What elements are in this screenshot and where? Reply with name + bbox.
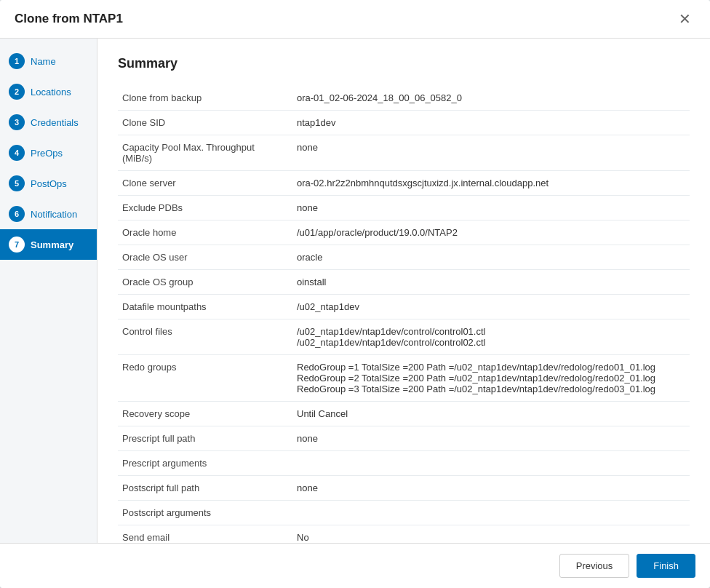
sidebar-item-name[interactable]: 1Name xyxy=(0,46,97,76)
row-label: Clone server xyxy=(118,171,292,196)
dialog: Clone from NTAP1 ✕ 1Name2Locations3Crede… xyxy=(0,0,710,588)
sidebar-item-postops[interactable]: 5PostOps xyxy=(0,168,97,199)
table-row: Postscript arguments xyxy=(118,501,690,525)
main-content: Summary Clone from backupora-01_02-06-20… xyxy=(97,39,710,543)
row-value: none xyxy=(292,426,690,451)
row-label: Redo groups xyxy=(118,355,292,402)
row-label: Prescript full path xyxy=(118,426,292,451)
row-label: Send email xyxy=(118,525,292,544)
row-value: Until Cancel xyxy=(292,402,690,426)
table-row: Control files/u02_ntap1dev/ntap1dev/cont… xyxy=(118,319,690,355)
row-value: /u02_ntap1dev xyxy=(292,295,690,319)
sidebar-item-notification[interactable]: 6Notification xyxy=(0,199,97,229)
sidebar-item-credentials[interactable]: 3Credentials xyxy=(0,107,97,138)
row-value xyxy=(292,451,690,476)
step-label: PostOps xyxy=(31,178,67,189)
row-value: ntap1dev xyxy=(292,111,690,135)
table-row: Postscript full pathnone xyxy=(118,476,690,501)
step-label: Locations xyxy=(31,87,71,98)
row-label: Datafile mountpaths xyxy=(118,295,292,319)
row-value: oracle xyxy=(292,245,690,270)
row-value xyxy=(292,501,690,525)
table-row: Redo groupsRedoGroup =1 TotalSize =200 P… xyxy=(118,355,690,402)
table-row: Oracle OS useroracle xyxy=(118,245,690,270)
step-label: Summary xyxy=(31,239,73,250)
row-label: Postscript full path xyxy=(118,476,292,501)
sidebar-item-locations[interactable]: 2Locations xyxy=(0,76,97,107)
row-label: Recovery scope xyxy=(118,402,292,426)
row-value: ora-01_02-06-2024_18_00_06_0582_0 xyxy=(292,86,690,111)
table-row: Oracle OS groupoinstall xyxy=(118,270,690,295)
step-circle: 2 xyxy=(9,84,25,100)
dialog-title: Clone from NTAP1 xyxy=(15,12,123,26)
sidebar-item-summary[interactable]: 7Summary xyxy=(0,229,97,260)
table-row: Clone from backupora-01_02-06-2024_18_00… xyxy=(118,86,690,111)
step-label: Notification xyxy=(31,209,77,220)
row-value: none xyxy=(292,135,690,171)
summary-table: Clone from backupora-01_02-06-2024_18_00… xyxy=(118,86,690,543)
table-row: Clone serverora-02.hr2z2nbmhnqutdsxgscjt… xyxy=(118,171,690,196)
row-label: Capacity Pool Max. Throughput (MiB/s) xyxy=(118,135,292,171)
row-label: Oracle OS group xyxy=(118,270,292,295)
step-circle: 3 xyxy=(9,114,25,130)
row-label: Control files xyxy=(118,319,292,355)
row-value: No xyxy=(292,525,690,544)
dialog-footer: Previous Finish xyxy=(0,543,710,588)
sidebar: 1Name2Locations3Credentials4PreOps5PostO… xyxy=(0,39,97,543)
row-label: Clone from backup xyxy=(118,86,292,111)
row-label: Postscript arguments xyxy=(118,501,292,525)
table-row: Clone SIDntap1dev xyxy=(118,111,690,135)
step-circle: 6 xyxy=(9,206,25,222)
row-value: /u02_ntap1dev/ntap1dev/control/control01… xyxy=(292,319,690,355)
row-label: Exclude PDBs xyxy=(118,196,292,220)
table-row: Recovery scopeUntil Cancel xyxy=(118,402,690,426)
previous-button[interactable]: Previous xyxy=(559,554,630,578)
step-circle: 1 xyxy=(9,53,25,69)
step-circle: 7 xyxy=(9,237,25,253)
table-row: Prescript arguments xyxy=(118,451,690,476)
row-label: Prescript arguments xyxy=(118,451,292,476)
table-row: Send emailNo xyxy=(118,525,690,544)
row-value: oinstall xyxy=(292,270,690,295)
step-circle: 4 xyxy=(9,145,25,161)
row-label: Clone SID xyxy=(118,111,292,135)
table-row: Datafile mountpaths/u02_ntap1dev xyxy=(118,295,690,319)
close-button[interactable]: ✕ xyxy=(674,10,695,28)
row-label: Oracle home xyxy=(118,220,292,245)
table-row: Prescript full pathnone xyxy=(118,426,690,451)
table-row: Exclude PDBsnone xyxy=(118,196,690,220)
row-value: ora-02.hr2z2nbmhnqutdsxgscjtuxizd.jx.int… xyxy=(292,171,690,196)
row-value: none xyxy=(292,476,690,501)
row-value: RedoGroup =1 TotalSize =200 Path =/u02_n… xyxy=(292,355,690,402)
table-row: Oracle home/u01/app/oracle/product/19.0.… xyxy=(118,220,690,245)
step-label: Credentials xyxy=(31,117,79,128)
table-row: Capacity Pool Max. Throughput (MiB/s)non… xyxy=(118,135,690,171)
step-label: Name xyxy=(31,56,56,67)
dialog-header: Clone from NTAP1 ✕ xyxy=(0,0,710,39)
row-label: Oracle OS user xyxy=(118,245,292,270)
row-value: none xyxy=(292,196,690,220)
step-label: PreOps xyxy=(31,148,63,159)
finish-button[interactable]: Finish xyxy=(637,554,695,578)
dialog-body: 1Name2Locations3Credentials4PreOps5PostO… xyxy=(0,39,710,543)
sidebar-item-preops[interactable]: 4PreOps xyxy=(0,138,97,168)
step-circle: 5 xyxy=(9,175,25,191)
row-value: /u01/app/oracle/product/19.0.0/NTAP2 xyxy=(292,220,690,245)
section-title: Summary xyxy=(118,56,690,71)
